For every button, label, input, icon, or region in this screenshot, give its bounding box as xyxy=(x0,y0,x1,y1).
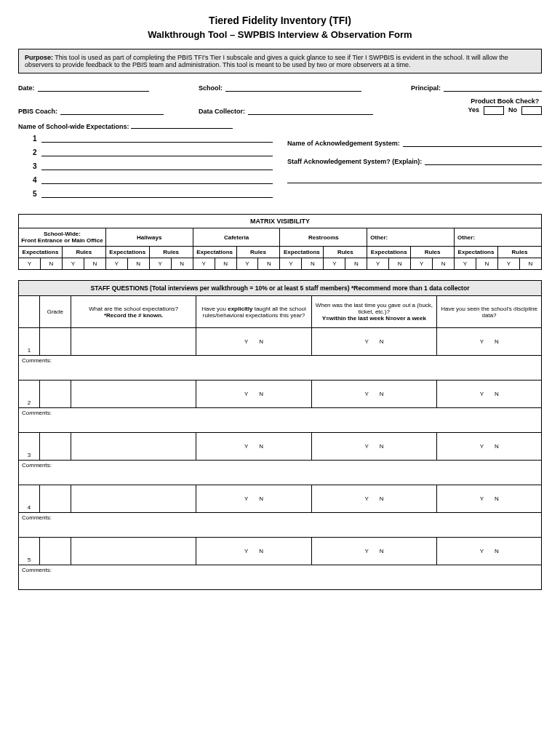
q2-cell[interactable]: Y N xyxy=(196,538,311,565)
grade-cell[interactable] xyxy=(39,538,71,565)
date-input[interactable] xyxy=(38,84,149,92)
staff-row-num-4: 4 xyxy=(19,485,40,513)
matrix-loc-6[interactable]: Other: xyxy=(455,228,542,247)
q1-cell[interactable] xyxy=(71,433,196,461)
yes-label: Yes xyxy=(468,106,479,115)
yn-cell[interactable]: Y xyxy=(455,258,476,270)
comments-2[interactable]: Comments: xyxy=(19,408,542,433)
q1-cell[interactable] xyxy=(71,328,196,356)
staff-ack-input[interactable] xyxy=(425,157,542,165)
staff-row-num-5: 5 xyxy=(19,538,40,565)
q1-cell[interactable] xyxy=(71,485,196,513)
comments-5[interactable]: Comments: xyxy=(19,565,542,590)
yn-cell[interactable]: Y xyxy=(324,258,345,270)
school-input[interactable] xyxy=(225,84,361,92)
exp-line-5[interactable] xyxy=(41,190,273,198)
yn-cell[interactable]: N xyxy=(84,258,105,270)
q4-cell[interactable]: Y N xyxy=(437,328,542,356)
staff-row-num-1: 1 xyxy=(19,328,40,356)
exp-line-3[interactable] xyxy=(41,162,273,170)
grade-header: Grade xyxy=(39,296,71,328)
matrix-loc-4: Restrooms xyxy=(280,228,367,247)
exp-line-2[interactable] xyxy=(41,148,273,156)
q3-cell[interactable]: Y N xyxy=(311,433,437,461)
exp-num-4: 4 xyxy=(33,176,41,184)
q1-cell[interactable] xyxy=(71,538,196,565)
comments-3[interactable]: Comments: xyxy=(19,461,542,485)
yn-cell[interactable]: Y xyxy=(193,258,215,270)
yn-cell[interactable]: Y xyxy=(497,258,519,270)
pbis-coach-input[interactable] xyxy=(60,107,164,115)
exp-line-1[interactable] xyxy=(41,135,273,143)
q2-cell[interactable]: Y N xyxy=(196,433,311,461)
yn-cell[interactable]: N xyxy=(476,258,498,270)
matrix-exp-1: Expectations xyxy=(19,247,63,258)
pbis-coach-label: PBIS Coach: xyxy=(18,108,57,115)
q3-cell[interactable]: Y N xyxy=(311,328,437,356)
grade-cell[interactable] xyxy=(39,328,71,356)
staff-row-num-3: 3 xyxy=(19,433,40,461)
matrix-loc-2: Hallways xyxy=(105,228,193,247)
yn-cell[interactable]: N xyxy=(127,258,149,270)
q3-cell[interactable]: Y N xyxy=(311,381,437,408)
comments-4[interactable]: Comments: xyxy=(19,513,542,538)
yn-cell[interactable]: N xyxy=(519,258,541,270)
purpose-box: Purpose: This tool is used as part of co… xyxy=(18,49,542,73)
q3-cell[interactable]: Y N xyxy=(311,538,437,565)
matrix-title: MATRIX VISIBILITY xyxy=(19,215,542,228)
matrix-rules-6: Rules xyxy=(497,247,541,258)
q2-cell[interactable]: Y N xyxy=(196,485,311,513)
grade-cell[interactable] xyxy=(39,381,71,408)
grade-cell[interactable] xyxy=(39,485,71,513)
staff-ack-label: Staff Acknowledgement System? (Explain): xyxy=(287,158,422,165)
date-label: Date: xyxy=(18,84,35,92)
no-checkbox[interactable] xyxy=(521,106,542,115)
matrix-loc-5[interactable]: Other: xyxy=(367,228,455,247)
matrix-exp-4: Expectations xyxy=(280,247,324,258)
yn-cell[interactable]: Y xyxy=(62,258,84,270)
grade-cell[interactable] xyxy=(39,433,71,461)
yn-cell[interactable]: Y xyxy=(367,258,389,270)
q4-cell[interactable]: Y N xyxy=(437,433,542,461)
yn-cell[interactable]: N xyxy=(345,258,367,270)
yn-cell[interactable]: Y xyxy=(19,258,41,270)
no-label: No xyxy=(508,106,517,115)
staff-table: STAFF QUESTIONS (Total interviews per wa… xyxy=(18,280,542,590)
yn-cell[interactable]: N xyxy=(40,258,62,270)
principal-input[interactable] xyxy=(444,84,542,92)
yes-checkbox[interactable] xyxy=(484,106,504,115)
page-title: Tiered Fidelity Inventory (TFI) xyxy=(18,15,542,26)
comments-1[interactable]: Comments: xyxy=(19,356,542,381)
yn-cell[interactable]: Y xyxy=(105,258,127,270)
q2-cell[interactable]: Y N xyxy=(196,381,311,408)
sw-expectations-input[interactable] xyxy=(131,121,233,129)
exp-num-2: 2 xyxy=(33,148,41,156)
ack-system-input[interactable] xyxy=(403,139,542,147)
yn-cell[interactable]: N xyxy=(258,258,280,270)
exp-line-4[interactable] xyxy=(41,176,273,184)
data-collector-input[interactable] xyxy=(248,107,373,115)
yn-cell[interactable]: Y xyxy=(149,258,171,270)
matrix-rules-3: Rules xyxy=(236,247,280,258)
matrix-exp-6: Expectations xyxy=(455,247,498,258)
staff-ack-input-2[interactable] xyxy=(287,175,542,183)
matrix-exp-5: Expectations xyxy=(367,247,411,258)
sw-expectations-label: Name of School-wide Expectations: xyxy=(18,123,129,130)
yn-cell[interactable]: N xyxy=(302,258,324,270)
purpose-text: This tool is used as part of completing … xyxy=(25,54,508,68)
yn-cell[interactable]: N xyxy=(171,258,193,270)
yn-cell[interactable]: Y xyxy=(411,258,433,270)
q3-cell[interactable]: Y N xyxy=(311,485,437,513)
yn-cell[interactable]: N xyxy=(389,258,411,270)
q4-cell[interactable]: Y N xyxy=(437,485,542,513)
q2-cell[interactable]: Y N xyxy=(196,328,311,356)
yn-cell[interactable]: N xyxy=(433,258,455,270)
matrix-rules-5: Rules xyxy=(411,247,455,258)
q4-cell[interactable]: Y N xyxy=(437,538,542,565)
yn-cell[interactable]: Y xyxy=(280,258,302,270)
q1-cell[interactable] xyxy=(71,381,196,408)
yn-cell[interactable]: N xyxy=(215,258,236,270)
yn-cell[interactable]: Y xyxy=(236,258,258,270)
q4-cell[interactable]: Y N xyxy=(437,381,542,408)
matrix-rules-2: Rules xyxy=(149,247,193,258)
